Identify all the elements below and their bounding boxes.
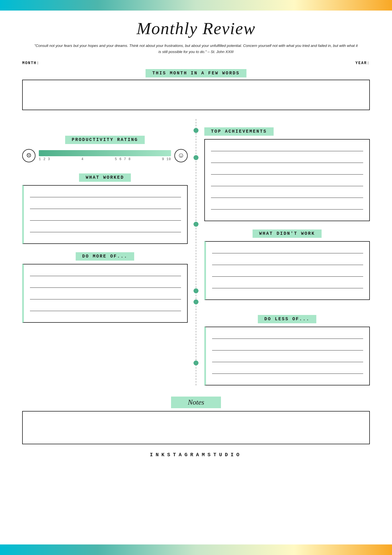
ach-line-6	[211, 203, 363, 210]
dot-do-more	[194, 288, 198, 293]
what-worked-section: WHAT WORKED	[22, 173, 188, 244]
rating-bar	[39, 150, 171, 156]
write-line-6	[30, 282, 181, 288]
dot-top-achievements	[194, 128, 198, 133]
productivity-badge-wrap: PRODUCTIVITY RATING	[22, 136, 188, 144]
dw-line-2	[212, 259, 363, 265]
what-worked-box[interactable]	[22, 185, 188, 244]
dl-line-1	[212, 333, 363, 339]
achievements-box[interactable]	[204, 139, 370, 221]
month-year-row: MONTH: YEAR:	[22, 61, 370, 65]
write-line-2	[30, 203, 181, 209]
ach-line-1	[211, 145, 363, 151]
footer-text: INKSTAGRAMSTUDIO	[22, 452, 370, 458]
what-worked-badge: WHAT WORKED	[79, 173, 131, 182]
title-area: Monthly Review	[22, 19, 370, 38]
dl-line-3	[212, 356, 363, 362]
do-less-badge: DO LESS OF...	[258, 315, 317, 323]
few-words-header: THIS MONTH IN A FEW WORDS	[22, 69, 370, 77]
do-more-box[interactable]	[22, 264, 188, 323]
write-line-8	[30, 305, 181, 311]
left-column: PRODUCTIVITY RATING ☹ 1 2 3 4 5 6 7 8	[22, 119, 196, 385]
dot-what-worked	[194, 222, 198, 227]
do-more-badge-wrap: DO MORE OF...	[22, 252, 188, 261]
write-line-3	[30, 215, 181, 221]
few-words-badge: THIS MONTH IN A FEW WORDS	[146, 69, 246, 77]
quote-area: "Consult not your fears but your hopes a…	[22, 43, 370, 55]
what-didnt-work-box[interactable]	[204, 241, 370, 300]
achievements-badge: TOP ACHIEVEMENTS	[204, 127, 274, 136]
label-910: 9 10	[162, 157, 171, 161]
ach-line-3	[211, 168, 363, 175]
few-words-section: THIS MONTH IN A FEW WORDS	[22, 69, 370, 110]
write-line-1	[30, 191, 181, 197]
dot-notes	[194, 360, 198, 365]
few-words-box[interactable]	[22, 80, 370, 110]
ach-line-2	[211, 157, 363, 163]
dw-line-3	[212, 271, 363, 277]
write-line-7	[30, 293, 181, 299]
do-more-section: DO MORE OF...	[22, 252, 188, 323]
rating-bar-wrap: 1 2 3 4 5 6 7 8 9 10	[39, 150, 171, 161]
dw-line-1	[212, 247, 363, 253]
notes-section: Notes	[22, 397, 370, 444]
right-column: TOP ACHIEVEMENTS WHAT DIDN'T WORK	[196, 119, 370, 385]
productivity-section: PRODUCTIVITY RATING ☹ 1 2 3 4 5 6 7 8	[22, 136, 188, 162]
label-123: 1 2 3	[39, 157, 50, 161]
rating-bar-area: ☹ 1 2 3 4 5 6 7 8 9 10 ☺	[22, 149, 188, 162]
ach-line-4	[211, 180, 363, 186]
timeline-container: PRODUCTIVITY RATING ☹ 1 2 3 4 5 6 7 8	[22, 119, 370, 385]
happy-face-icon: ☺	[174, 149, 188, 162]
notes-header: Notes	[22, 397, 370, 408]
sad-face-icon: ☹	[22, 149, 35, 162]
do-less-section: DO LESS OF...	[204, 315, 370, 385]
do-less-box[interactable]	[204, 327, 370, 385]
ach-line-5	[211, 192, 363, 198]
dl-line-4	[212, 368, 363, 374]
bottom-bar	[0, 544, 392, 555]
rating-labels: 1 2 3 4 5 6 7 8 9 10	[39, 157, 171, 161]
what-didnt-work-badge-wrap: WHAT DIDN'T WORK	[204, 229, 370, 238]
do-less-badge-wrap: DO LESS OF...	[204, 315, 370, 323]
write-line-5	[30, 270, 181, 276]
label-4: 4	[82, 157, 84, 161]
dl-line-2	[212, 344, 363, 350]
label-5678: 5 6 7 8	[115, 157, 131, 161]
what-didnt-work-badge: WHAT DIDN'T WORK	[253, 229, 322, 238]
year-label: YEAR:	[355, 61, 370, 65]
dot-do-less	[194, 299, 198, 304]
notes-box[interactable]	[22, 411, 370, 444]
dw-line-4	[212, 282, 363, 288]
what-didnt-work-section: WHAT DIDN'T WORK	[204, 229, 370, 300]
month-label: MONTH:	[22, 61, 39, 65]
do-more-badge: DO MORE OF...	[76, 252, 134, 261]
what-worked-badge-wrap: WHAT WORKED	[22, 173, 188, 182]
page-title: Monthly Review	[22, 19, 370, 38]
dot-productivity	[194, 155, 198, 160]
productivity-badge: PRODUCTIVITY RATING	[65, 136, 145, 144]
quote-text: "Consult not your fears but your hopes a…	[34, 44, 358, 54]
achievements-badge-wrap: TOP ACHIEVEMENTS	[204, 127, 370, 136]
notes-badge: Notes	[171, 397, 221, 408]
achievements-section: TOP ACHIEVEMENTS	[204, 127, 370, 221]
write-line-4	[30, 226, 181, 232]
top-bar	[0, 0, 392, 11]
